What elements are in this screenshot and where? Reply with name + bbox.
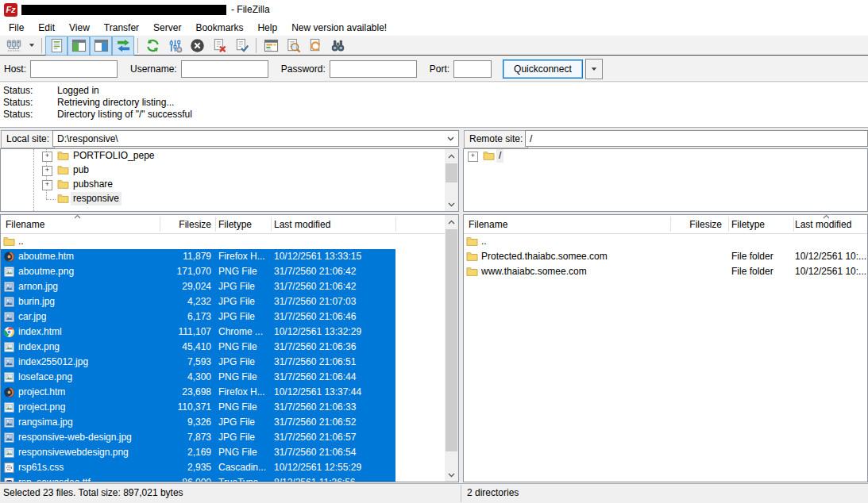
column-divider[interactable] bbox=[215, 217, 216, 232]
toggle-log-icon bbox=[49, 38, 64, 53]
file-row[interactable]: responsive-web-design.jpg7,873JPG File31… bbox=[1, 430, 395, 445]
site-manager-button[interactable] bbox=[2, 36, 25, 56]
quickconnect-button[interactable]: Quickconnect bbox=[503, 60, 583, 79]
toggle-message-log-button[interactable] bbox=[45, 36, 68, 56]
file-row[interactable]: project.htm23,698Firefox H...10/12/2561 … bbox=[1, 385, 395, 400]
file-row[interactable]: aboutme.htm11,879Firefox H...10/12/2561 … bbox=[1, 249, 395, 264]
column-divider[interactable] bbox=[271, 217, 272, 232]
column-header-last-modified[interactable]: Last modified bbox=[274, 215, 330, 233]
file-row[interactable]: index.html111,107Chrome ...10/12/2561 13… bbox=[1, 324, 395, 340]
filename-cell: rsp_sawasdee.ttf bbox=[18, 475, 134, 482]
file-row[interactable]: project.png110,371PNG File31/7/2560 21:0… bbox=[1, 400, 395, 415]
menu-item-edit[interactable]: Edit bbox=[31, 21, 62, 35]
scrollbar-thumb[interactable] bbox=[446, 229, 457, 451]
menu-item-help[interactable]: Help bbox=[250, 21, 284, 35]
column-header-filetype[interactable]: Filetype bbox=[731, 215, 765, 233]
column-header-filename[interactable]: Filename bbox=[6, 215, 44, 233]
file-row[interactable]: car.jpg6,173JPG File31/7/2560 21:06:46 bbox=[1, 309, 395, 324]
filetype-cell: Firefox H... bbox=[218, 385, 269, 400]
file-row[interactable]: index255012.jpg7,593JPG File31/7/2560 21… bbox=[1, 355, 395, 370]
column-divider[interactable] bbox=[395, 217, 396, 232]
folder-icon bbox=[57, 194, 69, 204]
tree-item-label: PORTFOLIO_pepe bbox=[71, 149, 157, 163]
find-files-button[interactable] bbox=[326, 36, 349, 56]
filetype-cell: JPG File bbox=[218, 355, 269, 370]
file-row[interactable]: loseface.png4,300PNG File31/7/2560 21:06… bbox=[1, 370, 395, 385]
filename-cell: index.html bbox=[18, 324, 134, 340]
scrollbar-down-button[interactable] bbox=[445, 468, 458, 482]
file-row[interactable]: .. bbox=[1, 234, 445, 249]
png-file-icon bbox=[3, 401, 15, 413]
reconnect-button[interactable] bbox=[230, 36, 253, 56]
file-row[interactable]: arnon.jpg29,024JPG File31/7/2560 21:06:4… bbox=[1, 279, 395, 294]
tree-item[interactable]: pubshare bbox=[1, 178, 458, 192]
quickconnect-bar: Host: Username: Password: Port: Quickcon… bbox=[0, 56, 868, 82]
file-row[interactable]: .. bbox=[464, 234, 867, 249]
menu-item-bookmarks[interactable]: Bookmarks bbox=[188, 21, 250, 35]
filesize-cell: 2,169 bbox=[134, 445, 211, 460]
list-scrollbar[interactable] bbox=[445, 215, 458, 482]
menu-item-new-version-available[interactable]: New version available! bbox=[284, 21, 394, 35]
port-input[interactable] bbox=[453, 60, 492, 78]
log-message: Retrieving directory listing... bbox=[57, 97, 174, 109]
file-row[interactable]: rangsima.jpg9,326JPG File31/7/2560 21:06… bbox=[1, 415, 395, 430]
username-input[interactable] bbox=[181, 60, 268, 78]
host-input[interactable] bbox=[30, 60, 118, 78]
column-header-filesize[interactable]: Filesize bbox=[134, 215, 211, 233]
chrome-file-icon bbox=[3, 326, 15, 338]
file-row[interactable]: aboutme.png171,070PNG File31/7/2560 21:0… bbox=[1, 264, 395, 279]
expand-plus-icon[interactable] bbox=[42, 166, 52, 176]
column-header-filetype[interactable]: Filetype bbox=[218, 215, 252, 233]
menu-item-view[interactable]: View bbox=[62, 21, 97, 35]
filter-button[interactable] bbox=[260, 36, 282, 56]
process-queue-button[interactable] bbox=[164, 36, 186, 56]
file-row[interactable]: www.thaiabc.somee.comFile folder10/12/25… bbox=[464, 264, 867, 279]
cancel-operation-button[interactable] bbox=[186, 36, 208, 56]
refresh-button[interactable] bbox=[141, 36, 164, 56]
tree-item[interactable]: pub bbox=[1, 163, 458, 178]
menu-item-transfer[interactable]: Transfer bbox=[97, 21, 146, 35]
toggle-transfer-queue-button[interactable] bbox=[112, 36, 134, 56]
tree-item[interactable]: PORTFOLIO_pepe bbox=[1, 149, 458, 163]
file-row[interactable]: Protected.thaiabc.somee.comFile folder10… bbox=[464, 249, 867, 264]
expand-plus-icon[interactable] bbox=[42, 180, 52, 190]
expand-plus-icon[interactable] bbox=[468, 152, 478, 162]
tree-scrollbar[interactable] bbox=[445, 149, 458, 211]
toggle-remote-tree-button[interactable] bbox=[90, 36, 112, 56]
menu-item-file[interactable]: File bbox=[2, 21, 31, 35]
expand-plus-icon[interactable] bbox=[42, 152, 52, 162]
remote-list-header: FilenameFilesizeFiletypeLast modified bbox=[464, 215, 867, 234]
remote-path-combo[interactable]: / bbox=[525, 130, 868, 147]
directory-comparison-button[interactable] bbox=[282, 36, 304, 56]
toggle-local-tree-button[interactable] bbox=[68, 36, 90, 56]
quickconnect-dropdown[interactable] bbox=[585, 59, 603, 79]
file-row[interactable]: burin.jpg4,232JPG File31/7/2560 21:07:03 bbox=[1, 294, 395, 309]
column-header-filename[interactable]: Filename bbox=[469, 215, 507, 233]
synchronized-browsing-button[interactable] bbox=[304, 36, 326, 56]
chevron-down-icon[interactable] bbox=[447, 136, 454, 141]
scrollbar-down-button[interactable] bbox=[445, 198, 458, 211]
column-divider[interactable] bbox=[793, 217, 794, 232]
column-header-filesize[interactable]: Filesize bbox=[654, 215, 722, 233]
disconnect-button[interactable] bbox=[208, 36, 230, 56]
column-divider[interactable] bbox=[728, 217, 729, 232]
file-row[interactable]: responsivewebdesign.png2,169PNG File31/7… bbox=[1, 445, 395, 460]
menu-bar: FileEditViewTransferServerBookmarksHelpN… bbox=[0, 19, 868, 36]
password-input[interactable] bbox=[330, 60, 417, 78]
scrollbar-thumb[interactable] bbox=[446, 163, 457, 182]
local-path-combo[interactable]: D:\responsive\ bbox=[52, 130, 459, 147]
tree-item[interactable]: responsive bbox=[1, 192, 458, 206]
local-list-header: FilenameFilesizeFiletypeLast modified bbox=[1, 215, 458, 234]
tree-item[interactable]: / bbox=[464, 149, 867, 163]
scrollbar-up-button[interactable] bbox=[445, 215, 458, 228]
site-manager-dropdown[interactable] bbox=[25, 36, 38, 56]
log-row: Status:Logged in bbox=[0, 85, 868, 97]
file-row[interactable]: rsp_sawasdee.ttf86,000TrueType ...8/12/2… bbox=[1, 475, 395, 482]
column-divider[interactable] bbox=[670, 217, 671, 232]
last-modified-cell: 31/7/2560 21:06:57 bbox=[274, 430, 393, 445]
file-row[interactable]: rsp61s.css2,935Cascadin...10/12/2561 12:… bbox=[1, 460, 395, 475]
column-divider[interactable] bbox=[160, 217, 160, 232]
file-row[interactable]: index.png45,410PNG File31/7/2560 21:06:3… bbox=[1, 340, 395, 355]
scrollbar-up-button[interactable] bbox=[445, 149, 458, 163]
menu-item-server[interactable]: Server bbox=[146, 21, 188, 35]
